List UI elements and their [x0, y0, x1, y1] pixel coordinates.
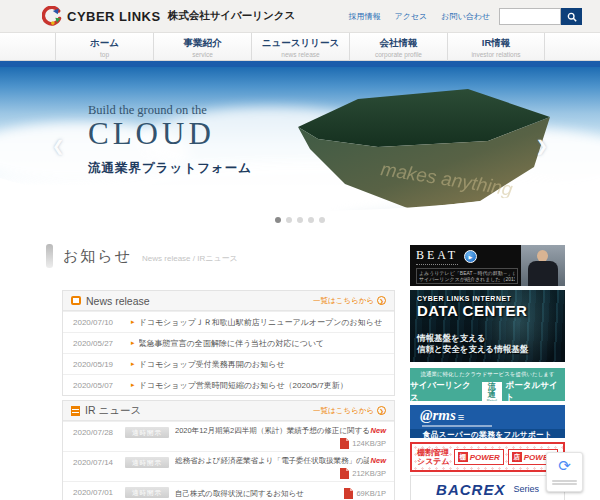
carousel-next-icon[interactable]: ❯ [535, 137, 548, 155]
nav-service[interactable]: 事業紹介 service [153, 33, 251, 61]
search-input[interactable] [499, 8, 561, 25]
carousel-dot-5[interactable] [319, 217, 325, 223]
nav-home[interactable]: ホーム top [55, 33, 153, 61]
heading-bar-icon [46, 244, 53, 268]
disclosure-badge: 適時開示 [125, 427, 169, 438]
carousel-dot-4[interactable] [308, 217, 314, 223]
pdf-download-link[interactable]: 124KB/3P [175, 438, 386, 449]
ir-news-row[interactable]: 2020/07/28 適時開示 2020年12月期第2四半期（累計）業績予想の修… [63, 421, 394, 451]
brand-name-en: CYBER LINKS [67, 9, 161, 24]
nav-corporate-profile[interactable]: 会社情報 corporate profile [349, 33, 447, 61]
link-access[interactable]: アクセス [395, 11, 428, 22]
tana-power-logo: 棚 POWER [454, 449, 504, 465]
notice-title: お知らせ [63, 247, 132, 266]
pdf-download-link[interactable]: 212KB/3P [175, 468, 386, 479]
arms-logo-lines-icon: ≡ [458, 412, 464, 423]
news-release-row[interactable]: 2020/05/27 ▸ 緊急事態宣言の全面解除に伴う当社の対応について [63, 332, 394, 353]
carousel-dot-3[interactable] [297, 217, 303, 223]
bullet-icon: ▸ [131, 339, 135, 347]
carousel-dot-1[interactable] [275, 217, 281, 223]
notice-subtitle: News release / IRニュース [142, 253, 238, 264]
beat-logo: BEAT [416, 248, 458, 265]
tana-label-line2: システム [417, 457, 450, 466]
more-arrow-icon: ❯ [377, 406, 386, 415]
news-release-icon [71, 296, 81, 305]
news-release-header: News release 一覧はこちらから ❯ [63, 291, 394, 311]
banner-arms[interactable]: @rms ≡ 食品スーパーの業務をフルサポート [410, 405, 565, 438]
arms-logo-subline [422, 425, 492, 427]
main-nav: ホーム top 事業紹介 service ニュースリリース news relea… [0, 33, 600, 61]
more-arrow-icon: ❯ [377, 296, 386, 305]
dc-line2: 信頼と安全を支える情報基盤 [417, 344, 558, 355]
new-badge: New [371, 426, 386, 435]
carousel-prev-icon[interactable]: ❮ [52, 137, 65, 155]
news-release-link[interactable]: ドコモショップ受付業務再開のお知らせ [139, 359, 285, 370]
news-release-link[interactable]: ドコモショップＪＲ和歌山駅前店リニューアルオープンのお知らせ [139, 317, 383, 328]
retail-portal-left: サイバーリンクス [410, 380, 478, 401]
search-button[interactable] [561, 8, 582, 25]
carousel-dot-2[interactable] [286, 217, 292, 223]
link-contact[interactable]: お問い合わせ [441, 11, 490, 22]
site-header: CYBER LINKS 株式会社サイバーリンクス 採用情報 アクセス お問い合わ… [0, 0, 600, 33]
notice-heading: お知らせ News release / IRニュース [46, 244, 238, 268]
beat-caption-line2: サイバーリンクスが紹介されました（2013.12.29OA） [419, 276, 515, 282]
tana-label-line1: 棚割管理 [417, 448, 450, 457]
retail-portal-tagline: 流通業に特化したクラウドサービスを提供いたします [410, 371, 565, 378]
news-release-row[interactable]: 2020/07/10 ▸ ドコモショップＪＲ和歌山駅前店リニューアルオープンのお… [63, 311, 394, 332]
news-release-title: News release [86, 295, 313, 307]
bacrex-logo: BACREX [436, 481, 505, 498]
news-release-row[interactable]: 2020/05/19 ▸ ドコモショップ受付業務再開のお知らせ [63, 353, 394, 374]
pdf-download-link[interactable]: 69KB/1P [344, 488, 386, 499]
dc-line1: 情報基盤を支える [417, 333, 558, 344]
bullet-icon: ▸ [131, 360, 135, 368]
banner-beat-tv[interactable]: BEAT ▶ よみうりテレビ「BEAT～時代の鼓動～」にて、 サイバーリンクスが… [410, 245, 565, 286]
arms-caption: 食品スーパーの業務をフルサポート [410, 429, 565, 438]
news-release-row[interactable]: 2020/05/07 ▸ ドコモショップ営業時間短縮のお知らせ（2020/5/7… [63, 374, 394, 395]
arms-logo: @rms [420, 408, 456, 423]
ir-news-icon [71, 406, 80, 416]
disclosure-badge: 適時開示 [125, 487, 169, 498]
banner-tana-power[interactable]: 棚割管理 システム 棚 POWER 店 POWER [410, 442, 565, 472]
hero-carousel: makes anything Build the ground on the C… [0, 67, 600, 232]
beat-presenter-photo [521, 245, 565, 286]
banner-data-center[interactable]: CYBER LINKS INTERNET DATA CENTER 情報基盤を支え… [410, 290, 565, 362]
pdf-icon [340, 468, 349, 479]
ir-news-link[interactable]: 自己株式の取得状況に関するお知らせ [175, 489, 304, 499]
link-recruit[interactable]: 採用情報 [349, 11, 381, 22]
hero-copy: Build the ground on the CLOUD 流通業界プラットフォ… [88, 103, 252, 177]
ir-news-title: IR ニュース [85, 404, 313, 418]
news-release-more-link[interactable]: 一覧はこちらから ❯ [313, 296, 386, 306]
brand-name-jp: 株式会社サイバーリンクス [168, 9, 296, 23]
ir-news-row[interactable]: 2020/07/01 適時開示 自己株式の取得状況に関するお知らせ 69KB/1… [63, 481, 394, 500]
news-release-link[interactable]: 緊急事態宣言の全面解除に伴う当社の対応について [139, 338, 325, 349]
sidebar-banners: BEAT ▶ よみうりテレビ「BEAT～時代の鼓動～」にて、 サイバーリンクスが… [410, 245, 565, 500]
news-release-link[interactable]: ドコモショップ営業時間短縮のお知らせ（2020/5/7更新） [139, 380, 348, 391]
ir-news-link[interactable]: 2020年12月期第2四半期（累計）業績予想の修正に関するお知らせ [175, 426, 369, 436]
retail-logo: 流通 Retail [482, 382, 502, 402]
news-release-box: News release 一覧はこちらから ❯ 2020/07/10 ▸ ドコモ… [62, 290, 395, 396]
cyberlinks-logo-icon [42, 6, 62, 26]
play-icon: ▶ [464, 250, 477, 263]
carousel-dots [0, 217, 600, 223]
recaptcha-badge[interactable]: ⟳ [546, 452, 583, 492]
nav-news-release[interactable]: ニュースリリース news release [251, 33, 349, 61]
retail-portal-right: ポータルサイト [506, 380, 565, 401]
banner-bacrex[interactable]: BACREX Series [410, 475, 565, 500]
ir-news-more-link[interactable]: 一覧はこちらから ❯ [313, 406, 386, 416]
new-badge: New [371, 456, 386, 465]
nav-investor-relations[interactable]: IR情報 investor relations [447, 33, 545, 61]
ir-news-header: IR ニュース 一覧はこちらから ❯ [63, 401, 394, 421]
search-icon [567, 12, 577, 22]
hero-tagline-main: CLOUD [88, 118, 252, 151]
disclosure-badge: 適時開示 [125, 457, 169, 468]
ir-news-row[interactable]: 2020/07/14 適時開示 総務省および経済産業省より「電子委任状取扱業務」… [63, 451, 394, 481]
ir-news-box: IR ニュース 一覧はこちらから ❯ 2020/07/28 適時開示 2020年… [62, 400, 395, 500]
brand-logo[interactable]: CYBER LINKS 株式会社サイバーリンクス [42, 6, 295, 26]
utility-links: 採用情報 アクセス お問い合わせ [349, 11, 491, 22]
bullet-icon: ▸ [131, 318, 135, 326]
banner-retail-portal[interactable]: 流通業に特化したクラウドサービスを提供いたします サイバーリンクス 流通 Ret… [410, 368, 565, 401]
recaptcha-refresh-icon: ⟳ [547, 453, 582, 479]
dc-title: DATA CENTER [417, 302, 558, 319]
ir-news-link[interactable]: 総務省および経済産業省より「電子委任状取扱業務」の認定を取得 [175, 456, 369, 466]
pdf-icon [340, 438, 349, 449]
